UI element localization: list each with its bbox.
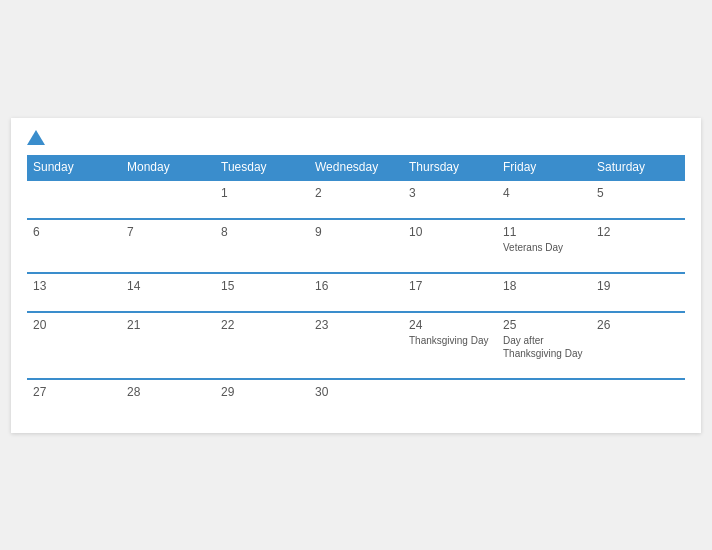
day-cell: 21 [121,312,215,379]
day-number: 27 [33,385,115,399]
day-number: 17 [409,279,491,293]
day-number: 30 [315,385,397,399]
day-cell: 12 [591,219,685,273]
day-number: 12 [597,225,679,239]
day-cell [403,379,497,417]
day-cell: 13 [27,273,121,312]
day-cell [497,379,591,417]
weekday-header-tuesday: Tuesday [215,155,309,180]
weekday-header-thursday: Thursday [403,155,497,180]
week-row-2: 13141516171819 [27,273,685,312]
day-number: 19 [597,279,679,293]
weekday-header-monday: Monday [121,155,215,180]
day-cell: 30 [309,379,403,417]
day-number: 26 [597,318,679,332]
weekday-header-wednesday: Wednesday [309,155,403,180]
day-cell: 1 [215,180,309,219]
day-cell: 11Veterans Day [497,219,591,273]
calendar-container: SundayMondayTuesdayWednesdayThursdayFrid… [11,118,701,433]
weekday-header-friday: Friday [497,155,591,180]
day-cell: 17 [403,273,497,312]
day-number: 14 [127,279,209,293]
day-cell: 22 [215,312,309,379]
day-number: 4 [503,186,585,200]
calendar-header [27,130,685,145]
day-number: 29 [221,385,303,399]
day-cell: 14 [121,273,215,312]
week-row-0: 12345 [27,180,685,219]
day-cell: 10 [403,219,497,273]
weekday-header-saturday: Saturday [591,155,685,180]
day-cell: 18 [497,273,591,312]
day-cell: 27 [27,379,121,417]
day-number: 13 [33,279,115,293]
day-cell [121,180,215,219]
weekday-header-sunday: Sunday [27,155,121,180]
day-cell: 9 [309,219,403,273]
day-number: 24 [409,318,491,332]
day-number: 5 [597,186,679,200]
weekday-header-row: SundayMondayTuesdayWednesdayThursdayFrid… [27,155,685,180]
day-number: 18 [503,279,585,293]
day-number: 22 [221,318,303,332]
day-cell: 29 [215,379,309,417]
calendar-table: SundayMondayTuesdayWednesdayThursdayFrid… [27,155,685,417]
day-cell: 15 [215,273,309,312]
day-number: 9 [315,225,397,239]
week-row-1: 67891011Veterans Day12 [27,219,685,273]
day-cell: 7 [121,219,215,273]
day-number: 28 [127,385,209,399]
day-number: 20 [33,318,115,332]
event-label: Thanksgiving Day [409,334,491,347]
day-number: 3 [409,186,491,200]
logo [27,130,48,145]
logo-blue-row [27,130,48,145]
day-cell: 6 [27,219,121,273]
day-cell: 20 [27,312,121,379]
day-cell: 19 [591,273,685,312]
day-number: 21 [127,318,209,332]
event-label: Day after Thanksgiving Day [503,334,585,360]
day-cell: 5 [591,180,685,219]
day-cell: 3 [403,180,497,219]
day-number: 1 [221,186,303,200]
day-cell: 16 [309,273,403,312]
day-number: 8 [221,225,303,239]
logo-triangle-icon [27,130,45,145]
week-row-3: 2021222324Thanksgiving Day25Day after Th… [27,312,685,379]
week-row-4: 27282930 [27,379,685,417]
day-cell: 4 [497,180,591,219]
day-cell [27,180,121,219]
day-number: 6 [33,225,115,239]
day-number: 15 [221,279,303,293]
day-cell [591,379,685,417]
day-number: 23 [315,318,397,332]
day-cell: 28 [121,379,215,417]
day-number: 7 [127,225,209,239]
day-cell: 2 [309,180,403,219]
day-cell: 24Thanksgiving Day [403,312,497,379]
day-number: 2 [315,186,397,200]
day-number: 11 [503,225,585,239]
day-cell: 26 [591,312,685,379]
day-number: 16 [315,279,397,293]
event-label: Veterans Day [503,241,585,254]
day-number: 25 [503,318,585,332]
day-cell: 23 [309,312,403,379]
day-cell: 8 [215,219,309,273]
day-number: 10 [409,225,491,239]
day-cell: 25Day after Thanksgiving Day [497,312,591,379]
